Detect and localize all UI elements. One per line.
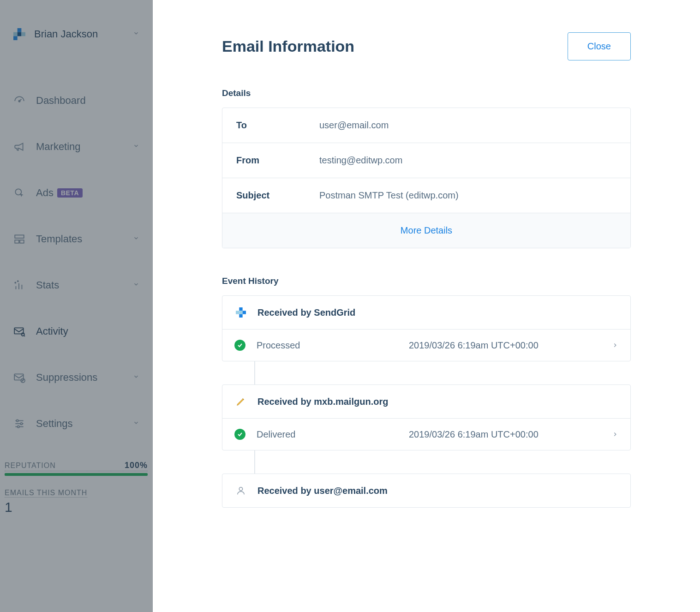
detail-value: user@email.com <box>319 120 389 131</box>
mail-block-icon <box>13 371 26 384</box>
account-switcher[interactable]: Brian Jackson <box>0 18 152 59</box>
svg-rect-0 <box>13 32 18 36</box>
svg-point-15 <box>18 281 18 282</box>
detail-label: From <box>236 155 319 166</box>
chevron-down-icon <box>133 373 139 382</box>
svg-rect-1 <box>18 28 22 32</box>
check-circle-icon <box>234 340 245 351</box>
event-head-title: Received by mxb.mailgun.org <box>257 396 388 407</box>
svg-rect-31 <box>243 311 246 314</box>
event-timestamp: 2019/03/26 6:19am UTC+00:00 <box>409 429 538 440</box>
chevron-down-icon <box>133 30 139 38</box>
chevron-down-icon <box>133 281 139 289</box>
details-card: To user@email.com From testing@editwp.co… <box>222 108 631 248</box>
emails-month-label: EMAILS THIS MONTH <box>5 489 87 498</box>
sidebar-item-label: Ads <box>36 187 54 199</box>
detail-row-subject: Subject Postman SMTP Test (editwp.com) <box>222 178 630 213</box>
sidebar-item-label: Stats <box>36 279 133 291</box>
event-row[interactable]: Delivered 2019/03/26 6:19am UTC+00:00 <box>222 419 630 450</box>
event-timestamp: 2019/03/26 6:19am UTC+00:00 <box>409 340 538 351</box>
reputation-bar <box>5 473 148 476</box>
emails-month-count: 1 <box>5 499 148 515</box>
sidebar-item-templates[interactable]: Templates <box>0 216 152 262</box>
event-status: Delivered <box>257 429 409 440</box>
timeline-connector <box>254 450 255 474</box>
beta-badge: BETA <box>57 188 83 198</box>
svg-rect-29 <box>239 307 242 311</box>
sliders-icon <box>13 417 26 430</box>
drawer-title: Email Information <box>222 37 354 55</box>
dashboard-icon <box>13 94 26 107</box>
sidebar-item-ads[interactable]: Ads BETA <box>0 170 152 216</box>
sidebar-item-label: Templates <box>36 233 133 245</box>
event-head-title: Received by user@email.com <box>257 486 388 496</box>
chevron-right-icon <box>612 429 618 440</box>
sidebar-stats: REPUTATION 100% EMAILS THIS MONTH 1 <box>0 461 152 515</box>
svg-rect-9 <box>15 240 19 243</box>
svg-point-26 <box>20 423 22 425</box>
event-head: Received by SendGrid <box>222 296 630 330</box>
svg-point-17 <box>21 333 24 336</box>
templates-icon <box>13 233 26 246</box>
chevron-right-icon <box>612 340 618 351</box>
bar-chart-icon <box>13 279 26 292</box>
svg-line-18 <box>24 336 25 336</box>
event-history-title: Event History <box>222 276 631 286</box>
detail-value: Postman SMTP Test (editwp.com) <box>319 190 459 201</box>
svg-point-33 <box>239 487 242 491</box>
cursor-click-icon <box>13 186 26 199</box>
sidebar-nav: Dashboard Marketing Ads BETA <box>0 59 152 461</box>
event-status: Processed <box>257 340 409 351</box>
sidebar: Brian Jackson Dashboard Marketing <box>0 0 153 612</box>
svg-rect-32 <box>239 314 242 318</box>
sendgrid-icon <box>234 306 247 319</box>
svg-rect-4 <box>21 32 25 36</box>
sidebar-item-label: Activity <box>36 325 139 337</box>
event-row[interactable]: Processed 2019/03/26 6:19am UTC+00:00 <box>222 330 630 361</box>
reputation-label: REPUTATION <box>5 462 56 470</box>
svg-point-14 <box>15 282 16 283</box>
email-info-drawer: Email Information Close Details To user@… <box>153 0 700 612</box>
event-card: Received by user@email.com <box>222 474 631 508</box>
detail-value: testing@editwp.com <box>319 155 402 166</box>
check-circle-icon <box>234 429 245 440</box>
detail-row-to: To user@email.com <box>222 108 630 143</box>
close-button[interactable]: Close <box>568 32 631 60</box>
sidebar-item-stats[interactable]: Stats <box>0 262 152 308</box>
svg-point-25 <box>17 420 18 421</box>
sidebar-item-dashboard[interactable]: Dashboard <box>0 78 152 124</box>
timeline-connector <box>254 361 255 384</box>
event-card: Received by mxb.mailgun.org Delivered 20… <box>222 384 631 450</box>
detail-row-from: From testing@editwp.com <box>222 143 630 178</box>
svg-rect-3 <box>13 36 18 40</box>
more-details-link[interactable]: More Details <box>222 213 630 248</box>
svg-point-27 <box>18 426 19 427</box>
event-head: Received by mxb.mailgun.org <box>222 385 630 419</box>
event-head: Received by user@email.com <box>222 474 630 507</box>
svg-rect-2 <box>18 32 22 36</box>
details-section-title: Details <box>222 88 631 98</box>
detail-label: To <box>236 120 319 131</box>
megaphone-icon <box>13 140 26 153</box>
chevron-down-icon <box>133 235 139 243</box>
pencil-icon <box>234 395 247 408</box>
event-card: Received by SendGrid Processed 2019/03/2… <box>222 295 631 361</box>
user-icon <box>234 484 247 497</box>
sidebar-item-label: Settings <box>36 418 133 430</box>
svg-rect-30 <box>239 311 242 314</box>
chevron-down-icon <box>133 143 139 151</box>
sidebar-item-label: Dashboard <box>36 95 139 107</box>
mail-search-icon <box>13 325 26 338</box>
sidebar-item-settings[interactable]: Settings <box>0 401 152 447</box>
svg-rect-10 <box>20 240 24 243</box>
sidebar-item-activity[interactable]: Activity <box>0 308 152 354</box>
sidebar-item-marketing[interactable]: Marketing <box>0 124 152 170</box>
sidebar-item-label: Suppressions <box>36 372 133 384</box>
account-name: Brian Jackson <box>34 28 133 40</box>
sendgrid-logo-icon <box>13 28 26 41</box>
svg-rect-28 <box>236 311 239 314</box>
svg-rect-8 <box>15 235 24 238</box>
reputation-value: 100% <box>125 461 148 470</box>
chevron-down-icon <box>133 420 139 428</box>
sidebar-item-suppressions[interactable]: Suppressions <box>0 354 152 401</box>
